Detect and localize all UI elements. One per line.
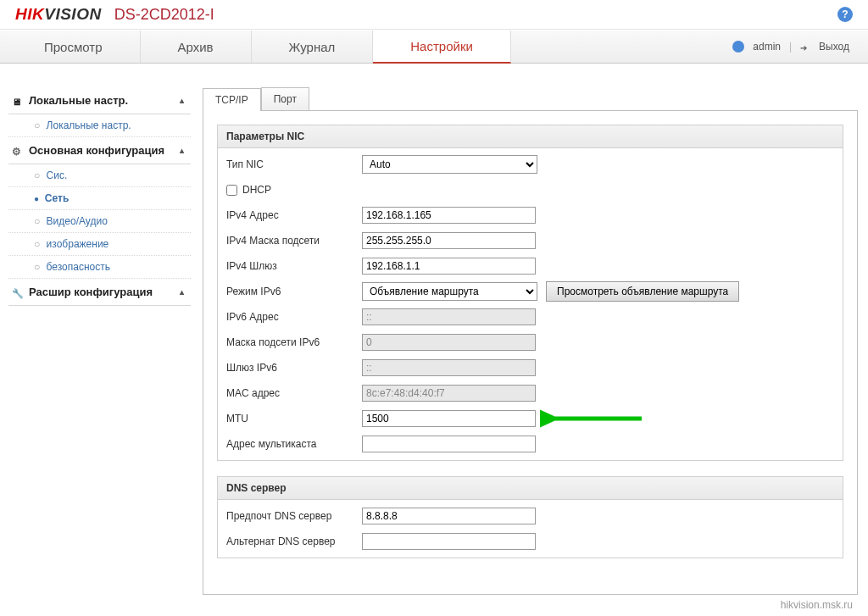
input-dns-pref[interactable] <box>362 508 536 524</box>
sidebar-group-label: Локальные настр. <box>29 94 128 107</box>
nic-fieldset: Параметры NIC Тип NIC Auto DHCP <box>217 125 843 461</box>
input-multicast[interactable] <box>362 436 536 452</box>
sidebar-item-network[interactable]: Сеть <box>8 187 191 210</box>
input-ipv6-mask <box>362 334 536 351</box>
row-dns-alt: Альтернат DNS сервер <box>226 529 834 554</box>
subtab-tcpip[interactable]: TCP/IP <box>203 88 261 111</box>
input-ipv4-gw[interactable] <box>362 258 536 275</box>
nav-tab-log[interactable]: Журнал <box>252 31 374 63</box>
row-ipv4-mask: IPv4 Маска подсети <box>226 228 834 253</box>
label-ipv4-gw: IPv4 Шлюз <box>226 260 362 272</box>
chevron-up-icon: ▴ <box>180 146 184 155</box>
label-ipv6-mask: Маска подсети IPv6 <box>226 336 362 348</box>
row-ipv6-addr: IPv6 Адрес <box>226 304 834 330</box>
label-multicast: Адрес мультикаста <box>226 438 362 450</box>
sidebar-item-sys[interactable]: Сис. <box>8 164 191 187</box>
logout-link[interactable]: Выход <box>819 41 849 53</box>
input-ipv6-gw <box>362 359 536 376</box>
config-panel: Параметры NIC Тип NIC Auto DHCP <box>203 111 858 595</box>
label-dns-pref: Предпочт DNS сервер <box>226 510 362 522</box>
select-ipv6-mode[interactable]: Объявление маршрута <box>362 282 537 301</box>
label-ipv4-mask: IPv4 Маска подсети <box>226 235 362 247</box>
sidebar-group-label: Основная конфигурация <box>29 144 164 157</box>
brand-dark: VISION <box>44 5 101 23</box>
nic-body: Тип NIC Auto DHCP IPv4 Адрес <box>218 148 843 460</box>
navbar: Просмотр Архив Журнал Настройки admin | … <box>0 30 868 64</box>
select-nic-type[interactable]: Auto <box>362 155 537 174</box>
row-ipv4-addr: IPv4 Адрес <box>226 203 834 228</box>
subtab-port[interactable]: Порт <box>261 87 309 110</box>
nav-tab-archive[interactable]: Архив <box>141 31 252 63</box>
input-mtu[interactable] <box>362 410 536 427</box>
row-ipv4-gw: IPv4 Шлюз <box>226 253 834 279</box>
logout-icon <box>800 42 810 52</box>
sidebar-item-security[interactable]: безопасность <box>8 256 191 279</box>
content: TCP/IP Порт Параметры NIC Тип NIC Auto <box>191 87 868 616</box>
label-ipv4-addr: IPv4 Адрес <box>226 209 362 221</box>
sidebar-item-local[interactable]: Локальные настр. <box>8 114 191 137</box>
row-ipv6-gw: Шлюз IPv6 <box>226 355 834 380</box>
label-dns-alt: Альтернат DNS сервер <box>226 536 362 547</box>
wrench-icon <box>12 286 24 298</box>
help-icon[interactable]: ? <box>837 7 853 22</box>
nic-legend: Параметры NIC <box>218 125 843 148</box>
label-ipv6-addr: IPv6 Адрес <box>226 311 362 323</box>
monitor-icon <box>12 95 24 107</box>
brand-red: HIK <box>15 5 44 23</box>
pipe: | <box>789 41 792 53</box>
label-mac: MAC адрес <box>226 387 362 399</box>
sidebar-item-video[interactable]: Видео/Аудио <box>8 210 191 233</box>
input-ipv4-mask[interactable] <box>362 232 536 249</box>
row-dns-pref: Предпочт DNS сервер <box>226 503 834 529</box>
gear-icon <box>12 145 24 157</box>
brand-logo: HIKVISION <box>15 5 102 24</box>
dns-fieldset: DNS сервер Предпочт DNS сервер Альтернат… <box>217 476 843 558</box>
nav-tab-settings[interactable]: Настройки <box>373 31 511 64</box>
nav-tab-view[interactable]: Просмотр <box>7 31 141 63</box>
sidebar-group-label: Расшир конфигурация <box>29 286 153 298</box>
sidebar-group-basic[interactable]: Основная конфигурация ▴ <box>8 137 191 164</box>
chevron-up-icon: ▴ <box>180 96 184 105</box>
sidebar-item-image[interactable]: изображение <box>8 233 191 256</box>
label-ipv6-mode: Режим IPv6 <box>226 286 362 297</box>
subtabs: TCP/IP Порт <box>203 87 858 111</box>
view-route-button[interactable]: Просмотреть объявление маршрута <box>546 281 739 302</box>
row-ipv6-mask: Маска подсети IPv6 <box>226 330 834 355</box>
row-mtu: MTU <box>226 406 834 431</box>
row-nic-type: Тип NIC Auto <box>226 152 834 177</box>
row-multicast: Адрес мультикаста <box>226 431 834 457</box>
header: HIKVISION DS-2CD2012-I ? <box>0 0 868 30</box>
row-ipv6-mode: Режим IPv6 Объявление маршрута Просмотре… <box>226 279 834 304</box>
sidebar-group-advanced[interactable]: Расшир конфигурация ▴ <box>8 279 191 306</box>
main: Локальные настр. ▴ Локальные настр. Осно… <box>0 64 868 616</box>
dns-legend: DNS сервер <box>218 477 843 500</box>
row-mac: MAC адрес <box>226 380 834 406</box>
input-dns-alt[interactable] <box>362 533 536 550</box>
input-ipv6-addr <box>362 308 536 325</box>
user-icon <box>732 41 744 53</box>
label-ipv6-gw: Шлюз IPv6 <box>226 362 362 374</box>
green-arrow-icon <box>540 406 650 431</box>
model-number: DS-2CD2012-I <box>114 6 214 24</box>
watermark: hikvision.msk.ru <box>781 599 853 611</box>
sidebar: Локальные настр. ▴ Локальные настр. Осно… <box>0 87 191 616</box>
label-dhcp: DHCP <box>242 184 271 196</box>
nav-right: admin | Выход <box>732 31 861 63</box>
row-dhcp: DHCP <box>226 177 834 203</box>
dns-body: Предпочт DNS сервер Альтернат DNS сервер <box>218 500 843 558</box>
sidebar-group-local[interactable]: Локальные настр. ▴ <box>8 87 191 114</box>
label-mtu: MTU <box>226 413 362 425</box>
checkbox-dhcp[interactable] <box>226 185 237 196</box>
input-ipv4-addr[interactable] <box>362 207 536 224</box>
label-nic-type: Тип NIC <box>226 158 362 170</box>
chevron-up-icon: ▴ <box>180 287 184 297</box>
user-link[interactable]: admin <box>753 41 781 53</box>
input-mac <box>362 385 536 402</box>
